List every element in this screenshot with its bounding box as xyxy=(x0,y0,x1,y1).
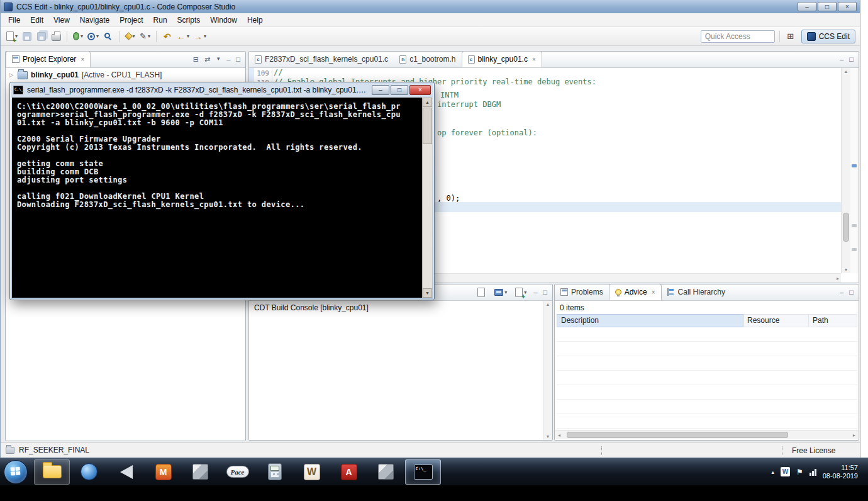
advice-horizontal-scrollbar[interactable]: ◂ ▸ xyxy=(555,430,858,439)
dropdown-caret-icon[interactable]: ▾ xyxy=(133,33,135,39)
save-all-button[interactable] xyxy=(35,29,48,44)
close-view-icon[interactable]: × xyxy=(81,56,84,63)
menu-help[interactable]: Help xyxy=(242,14,268,26)
link-editor-icon[interactable]: ⇄ xyxy=(204,56,210,63)
dropdown-caret-icon[interactable]: ▾ xyxy=(96,33,99,39)
expand-arrow-icon[interactable]: ▷ xyxy=(8,72,14,78)
start-button[interactable] xyxy=(4,460,28,484)
open-perspective-button[interactable]: ⊞ xyxy=(784,29,797,44)
new-target-config-button[interactable]: ▾ xyxy=(86,29,100,44)
column-resource[interactable]: Resource xyxy=(743,314,809,327)
view-menu-icon[interactable]: ▼ xyxy=(216,57,221,62)
dropdown-caret-icon[interactable]: ▾ xyxy=(504,290,507,295)
tab-project-explorer[interactable]: Project Explorer × xyxy=(6,51,91,67)
scrollbar-thumb[interactable] xyxy=(423,108,432,144)
back-button[interactable]: ←▾ xyxy=(175,29,191,44)
tab-f2837xd-sci-flash-kernels[interactable]: c F2837xD_sci_flash_kernels_cpu01.c xyxy=(249,51,394,67)
taskbar-browser-button[interactable] xyxy=(71,459,107,485)
scroll-right-icon[interactable]: ▸ xyxy=(837,276,839,281)
maximize-view-icon[interactable]: □ xyxy=(849,56,854,63)
cmd-terminal[interactable]: C:\ti\c2000\C2000Ware_1_00_02_00\utiliti… xyxy=(12,98,432,298)
scrollbar-thumb[interactable] xyxy=(843,213,849,242)
display-console-button[interactable]: ▾ xyxy=(493,284,508,300)
console-scrollbar[interactable]: ▲ ▼ xyxy=(543,301,552,440)
taskbar-cube-app-button[interactable] xyxy=(182,459,218,485)
show-hidden-icons-button[interactable]: ▴ xyxy=(771,469,774,475)
tray-w-icon[interactable]: W xyxy=(781,467,790,476)
menu-navigate[interactable]: Navigate xyxy=(75,14,114,26)
taskbar-adobe-button[interactable]: A xyxy=(331,459,367,485)
new-file-button[interactable]: ▾ xyxy=(5,29,19,44)
project-tree-item[interactable]: ▷ blinky_cpu01 [Active - CPU1_FLASH] xyxy=(6,68,245,82)
minimize-view-icon[interactable]: – xyxy=(840,56,843,63)
ccs-edit-perspective-button[interactable]: CCS Edit xyxy=(801,30,855,43)
tab-problems[interactable]: Problems xyxy=(555,284,609,300)
quick-access-input[interactable] xyxy=(701,30,775,43)
tab-blinky-cpu01[interactable]: c blinky_cpu01.c × xyxy=(462,51,542,67)
minimize-view-icon[interactable]: – xyxy=(226,56,230,63)
menu-run[interactable]: Run xyxy=(148,14,172,26)
overview-marker[interactable] xyxy=(852,164,857,167)
maximize-view-icon[interactable]: □ xyxy=(849,289,854,296)
overview-marker[interactable] xyxy=(852,248,857,251)
scroll-down-icon[interactable]: ▼ xyxy=(423,288,432,298)
new-wizard-button[interactable]: ▾ xyxy=(124,29,136,44)
last-edit-location-button[interactable]: ↶ xyxy=(161,29,174,44)
tab-call-hierarchy[interactable]: Call Hierarchy xyxy=(662,284,731,300)
dropdown-caret-icon[interactable]: ▾ xyxy=(148,33,150,39)
scroll-left-icon[interactable]: ◂ xyxy=(558,432,560,438)
search-button[interactable] xyxy=(102,29,114,44)
taskbar-explorer-button[interactable] xyxy=(34,459,70,485)
dropdown-caret-icon[interactable]: ▾ xyxy=(204,33,206,39)
close-tab-icon[interactable]: × xyxy=(652,289,655,296)
scroll-right-icon[interactable]: ▸ xyxy=(853,432,855,438)
taskbar-word-button[interactable]: W xyxy=(294,459,330,485)
dropdown-caret-icon[interactable]: ▾ xyxy=(81,33,83,39)
minimize-view-icon[interactable]: – xyxy=(533,289,537,296)
scroll-up-icon[interactable]: ▲ xyxy=(423,98,432,107)
minimize-button[interactable]: – xyxy=(798,2,816,11)
scroll-down-icon[interactable]: ▼ xyxy=(842,267,850,272)
maximize-view-icon[interactable]: □ xyxy=(543,289,547,296)
cmd-scrollbar[interactable]: ▲ ▼ xyxy=(422,98,432,298)
window-titlebar[interactable]: CCS Edit - blinky_cpu01/blinky_cpu01.c -… xyxy=(1,0,860,13)
network-icon[interactable] xyxy=(810,468,816,476)
overview-marker[interactable] xyxy=(852,224,857,227)
taskbar-clock[interactable]: 11:57 08-08-2019 xyxy=(823,464,858,480)
cmd-close-button[interactable]: × xyxy=(409,85,431,95)
menu-window[interactable]: Window xyxy=(205,14,242,26)
taskbar-cmd-button[interactable]: C:\_ xyxy=(405,459,441,485)
tab-advice[interactable]: Advice × xyxy=(609,284,662,300)
minimize-view-icon[interactable]: – xyxy=(840,289,843,296)
column-path[interactable]: Path xyxy=(809,314,857,327)
column-description[interactable]: Description xyxy=(557,314,743,327)
close-button[interactable]: × xyxy=(838,2,857,11)
menu-scripts[interactable]: Scripts xyxy=(172,14,206,26)
taskbar-calculator-button[interactable] xyxy=(257,459,292,485)
scroll-down-icon[interactable]: ▼ xyxy=(543,434,552,439)
menu-edit[interactable]: Edit xyxy=(25,14,48,26)
open-console-button[interactable]: ▾ xyxy=(514,284,528,300)
scroll-up-icon[interactable]: ▲ xyxy=(842,69,850,74)
scroll-up-icon[interactable]: ▲ xyxy=(543,302,552,307)
cmd-minimize-button[interactable]: – xyxy=(372,85,389,95)
save-button[interactable] xyxy=(21,29,33,44)
print-button[interactable] xyxy=(50,29,62,44)
annotate-button[interactable]: ✎▾ xyxy=(138,29,152,44)
taskbar-pace-button[interactable]: Pace xyxy=(220,459,255,485)
taskbar-cube-app2-button[interactable] xyxy=(368,459,404,485)
menu-view[interactable]: View xyxy=(48,14,75,26)
cmd-titlebar[interactable]: C:\_ serial_flash_programmer.exe -d f283… xyxy=(10,82,434,98)
clear-console-button[interactable] xyxy=(475,284,487,300)
taskbar-arrow-app-button[interactable] xyxy=(108,459,144,485)
menu-project[interactable]: Project xyxy=(114,14,148,26)
collapse-all-icon[interactable]: ⊟ xyxy=(193,56,199,63)
maximize-view-icon[interactable]: □ xyxy=(236,56,240,63)
action-center-flag-icon[interactable]: ⚑ xyxy=(796,468,803,476)
debug-button[interactable]: ▾ xyxy=(72,29,84,44)
taskbar-mail-button[interactable]: M xyxy=(145,459,181,485)
forward-button[interactable]: →▾ xyxy=(192,29,208,44)
maximize-button[interactable]: □ xyxy=(818,2,837,11)
editor-vertical-scrollbar[interactable]: ▲ ▼ xyxy=(841,68,850,273)
dropdown-caret-icon[interactable]: ▾ xyxy=(187,33,189,39)
